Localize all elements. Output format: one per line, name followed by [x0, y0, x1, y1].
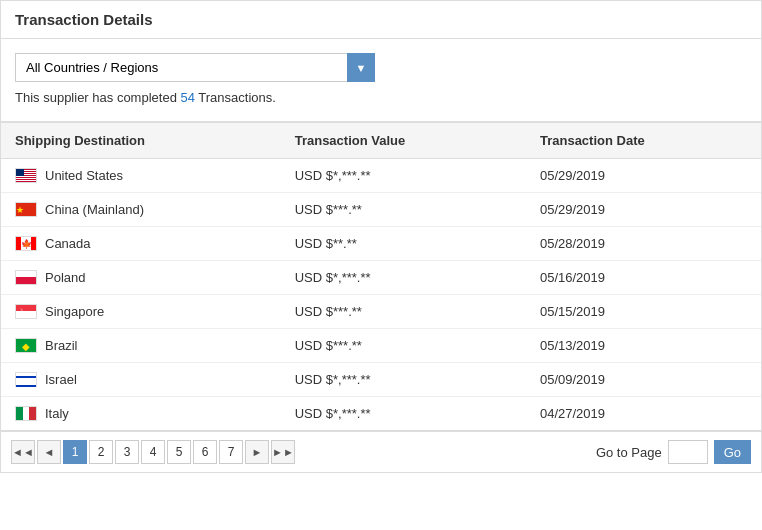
cell-country: Poland [1, 261, 281, 295]
pagination-page-6[interactable]: 6 [193, 440, 217, 464]
col-transaction-date: Transaction Date [526, 123, 761, 159]
cell-value: USD $***.** [281, 329, 526, 363]
country-name: Canada [45, 236, 91, 251]
flag-br [15, 338, 37, 353]
pagination-page-2[interactable]: 2 [89, 440, 113, 464]
cell-country: Brazil [1, 329, 281, 363]
pagination-last-btn[interactable]: ►► [271, 440, 295, 464]
country-name: Brazil [45, 338, 78, 353]
cell-country: Italy [1, 397, 281, 431]
cell-country: China (Mainland) [1, 193, 281, 227]
cell-date: 04/27/2019 [526, 397, 761, 431]
country-name: Israel [45, 372, 77, 387]
table-container: Shipping Destination Transaction Value T… [1, 121, 761, 431]
country-name: Singapore [45, 304, 104, 319]
flag-it [15, 406, 37, 421]
pagination-prev-btn[interactable]: ◄ [37, 440, 61, 464]
filter-section: All Countries / Regions ▼ This supplier … [1, 39, 761, 121]
cell-value: USD $*,***.** [281, 261, 526, 295]
pagination-page-3[interactable]: 3 [115, 440, 139, 464]
table-row: IsraelUSD $*,***.**05/09/2019 [1, 363, 761, 397]
pagination-next-btn[interactable]: ► [245, 440, 269, 464]
transaction-count-link[interactable]: 54 [180, 90, 194, 105]
flag-us [15, 168, 37, 183]
col-transaction-value: Transaction Value [281, 123, 526, 159]
transaction-count-text: This supplier has completed 54 Transacti… [15, 90, 747, 115]
pagination-page-5[interactable]: 5 [167, 440, 191, 464]
cell-date: 05/29/2019 [526, 159, 761, 193]
pagination-left: ◄◄ ◄ 1 2 3 4 5 6 7 ► ►► [11, 440, 295, 464]
pagination-section: ◄◄ ◄ 1 2 3 4 5 6 7 ► ►► Go to Page Go [1, 431, 761, 472]
page-container: Transaction Details All Countries / Regi… [0, 0, 762, 473]
cell-value: USD $*,***.** [281, 397, 526, 431]
table-row: China (Mainland)USD $***.**05/29/2019 [1, 193, 761, 227]
cell-country: Canada [1, 227, 281, 261]
country-name: Poland [45, 270, 85, 285]
cell-date: 05/15/2019 [526, 295, 761, 329]
transaction-count-pre: This supplier has completed [15, 90, 180, 105]
country-dropdown-wrapper: All Countries / Regions ▼ [15, 53, 375, 82]
cell-value: USD $*,***.** [281, 363, 526, 397]
country-name: United States [45, 168, 123, 183]
country-dropdown[interactable]: All Countries / Regions [15, 53, 375, 82]
cell-value: USD $***.** [281, 193, 526, 227]
cell-value: USD $*,***.** [281, 159, 526, 193]
pagination-first-btn[interactable]: ◄◄ [11, 440, 35, 464]
flag-cn [15, 202, 37, 217]
cell-date: 05/16/2019 [526, 261, 761, 295]
table-row: BrazilUSD $***.**05/13/2019 [1, 329, 761, 363]
table-row: PolandUSD $*,***.**05/16/2019 [1, 261, 761, 295]
page-title: Transaction Details [1, 1, 761, 39]
cell-date: 05/29/2019 [526, 193, 761, 227]
cell-date: 05/09/2019 [526, 363, 761, 397]
cell-date: 05/28/2019 [526, 227, 761, 261]
table-row: CanadaUSD $**.**05/28/2019 [1, 227, 761, 261]
flag-sg [15, 304, 37, 319]
cell-country: Israel [1, 363, 281, 397]
go-button[interactable]: Go [714, 440, 751, 464]
table-row: United StatesUSD $*,***.**05/29/2019 [1, 159, 761, 193]
transactions-table: Shipping Destination Transaction Value T… [1, 122, 761, 431]
go-to-label: Go to Page [596, 445, 662, 460]
pagination-page-4[interactable]: 4 [141, 440, 165, 464]
go-to-input[interactable] [668, 440, 708, 464]
cell-value: USD $**.** [281, 227, 526, 261]
cell-country: Singapore [1, 295, 281, 329]
flag-pl [15, 270, 37, 285]
table-row: ItalyUSD $*,***.**04/27/2019 [1, 397, 761, 431]
table-row: SingaporeUSD $***.**05/15/2019 [1, 295, 761, 329]
country-name: China (Mainland) [45, 202, 144, 217]
col-shipping-destination: Shipping Destination [1, 123, 281, 159]
country-name: Italy [45, 406, 69, 421]
cell-value: USD $***.** [281, 295, 526, 329]
pagination-page-1[interactable]: 1 [63, 440, 87, 464]
cell-date: 05/13/2019 [526, 329, 761, 363]
flag-ca [15, 236, 37, 251]
transaction-count-post: Transactions. [195, 90, 276, 105]
pagination-right: Go to Page Go [596, 440, 751, 464]
flag-il [15, 372, 37, 387]
cell-country: United States [1, 159, 281, 193]
table-header-row: Shipping Destination Transaction Value T… [1, 123, 761, 159]
pagination-page-7[interactable]: 7 [219, 440, 243, 464]
